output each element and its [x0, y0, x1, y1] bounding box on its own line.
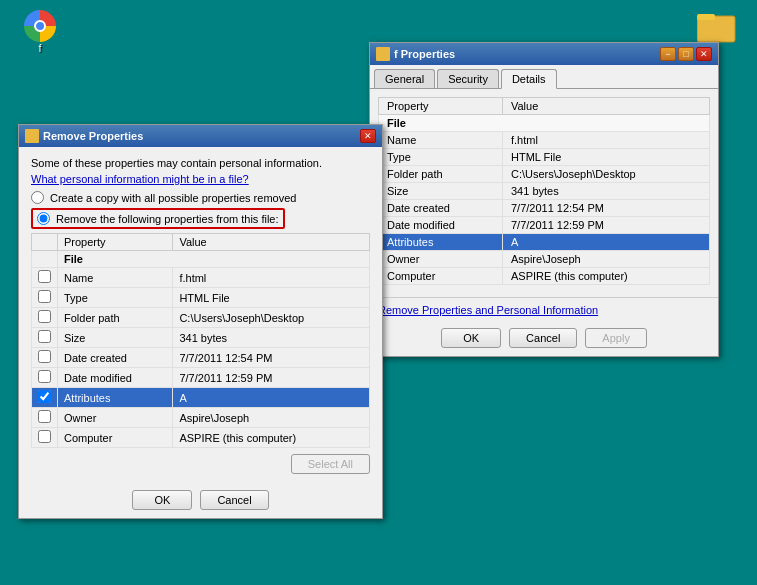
radio-option-remove-container: Remove the following properties from thi…	[31, 208, 370, 229]
desktop: f f Properties − □ ✕ General Security	[0, 0, 757, 585]
remove-props-titlebar: Remove Properties ✕	[19, 125, 382, 147]
radio-remove-highlighted: Remove the following properties from thi…	[31, 208, 285, 229]
remove-props-link[interactable]: Remove Properties and Personal Informati…	[378, 304, 598, 316]
table-row: Namef.html	[379, 132, 710, 149]
table-row: Size341 bytes	[32, 328, 370, 348]
fprops-cancel-btn[interactable]: Cancel	[509, 328, 577, 348]
table-row: OwnerAspire\Joseph	[379, 251, 710, 268]
table-row: TypeHTML File	[379, 149, 710, 166]
fprops-titlebar: f Properties − □ ✕	[370, 43, 718, 65]
fprops-buttons: OK Cancel Apply	[370, 322, 718, 356]
remove-props-title-icon	[25, 129, 39, 143]
tab-details[interactable]: Details	[501, 69, 557, 89]
check-created[interactable]	[38, 350, 51, 363]
remove-props-title-text: Remove Properties	[43, 130, 143, 142]
table-row: Namef.html	[32, 268, 370, 288]
fprops-tabs: General Security Details	[370, 65, 718, 89]
check-size[interactable]	[38, 330, 51, 343]
table-row: Date modified7/7/2011 12:59 PM	[32, 368, 370, 388]
fprops-attributes-row: AttributesA	[379, 234, 710, 251]
desktop-icon-f[interactable]: f	[10, 10, 70, 54]
remove-ok-btn[interactable]: OK	[132, 490, 192, 510]
table-row: Folder pathC:\Users\Joseph\Desktop	[379, 166, 710, 183]
fprops-footer: Remove Properties and Personal Informati…	[370, 297, 718, 322]
tab-security[interactable]: Security	[437, 69, 499, 88]
personal-info-link[interactable]: What personal information might be in a …	[31, 173, 249, 185]
folder-svg	[697, 8, 737, 44]
svg-rect-2	[376, 47, 390, 61]
select-all-btn[interactable]: Select All	[291, 454, 370, 474]
table-row: Date created7/7/2011 12:54 PM	[379, 200, 710, 217]
svg-rect-3	[25, 129, 39, 143]
fprops-ok-btn[interactable]: OK	[441, 328, 501, 348]
table-row: Folder pathC:\Users\Joseph\Desktop	[32, 308, 370, 328]
table-row: TypeHTML File	[32, 288, 370, 308]
check-name[interactable]	[38, 270, 51, 283]
radio-remove-label: Remove the following properties from thi…	[56, 213, 279, 225]
desktop-folder-icon[interactable]	[687, 8, 747, 44]
fprops-apply-btn[interactable]: Apply	[585, 328, 647, 348]
props-col-property: Property	[58, 234, 173, 251]
fprops-title-text: f Properties	[394, 48, 455, 60]
remove-footer: Select All	[31, 448, 370, 476]
radio-option-copy: Create a copy with all possible properti…	[31, 191, 370, 204]
remove-props-close-btn[interactable]: ✕	[360, 129, 376, 143]
fprops-maximize-btn[interactable]: □	[678, 47, 694, 61]
fprops-content: Property Value File Namef.html TypeHTML …	[370, 89, 718, 293]
fprops-col-value: Value	[502, 98, 709, 115]
fprops-title-icon	[376, 47, 390, 61]
fprops-close-btn[interactable]: ✕	[696, 47, 712, 61]
remove-props-desc: Some of these properties may contain per…	[31, 157, 370, 169]
svg-rect-1	[697, 14, 715, 20]
fprops-table: Property Value File Namef.html TypeHTML …	[378, 97, 710, 285]
fprops-minimize-btn[interactable]: −	[660, 47, 676, 61]
radio-remove-input[interactable]	[37, 212, 50, 225]
remove-section-file: File	[32, 251, 370, 268]
desktop-icon-label: f	[38, 42, 41, 54]
props-col-value: Value	[173, 234, 370, 251]
fprops-window: f Properties − □ ✕ General Security Deta…	[369, 42, 719, 357]
remove-window-buttons: OK Cancel	[19, 486, 382, 518]
table-row: ComputerASPIRE (this computer)	[379, 268, 710, 285]
check-folder[interactable]	[38, 310, 51, 323]
table-row: Size341 bytes	[379, 183, 710, 200]
remove-props-table: Property Value File Namef.html	[31, 233, 370, 448]
fprops-col-property: Property	[379, 98, 503, 115]
radio-copy-label: Create a copy with all possible properti…	[50, 192, 296, 204]
remove-cancel-btn[interactable]: Cancel	[200, 490, 268, 510]
table-row: Date created7/7/2011 12:54 PM	[32, 348, 370, 368]
table-row: ComputerASPIRE (this computer)	[32, 428, 370, 448]
check-computer[interactable]	[38, 430, 51, 443]
check-modified[interactable]	[38, 370, 51, 383]
radio-copy-input[interactable]	[31, 191, 44, 204]
table-row: OwnerAspire\Joseph	[32, 408, 370, 428]
remove-props-window: Remove Properties ✕ Some of these proper…	[18, 124, 383, 519]
remove-attributes-row: AttributesA	[32, 388, 370, 408]
table-row: Date modified7/7/2011 12:59 PM	[379, 217, 710, 234]
check-type[interactable]	[38, 290, 51, 303]
check-owner[interactable]	[38, 410, 51, 423]
check-attributes[interactable]	[38, 390, 51, 403]
fprops-section-file: File	[379, 115, 710, 132]
tab-general[interactable]: General	[374, 69, 435, 88]
chrome-icon	[24, 10, 56, 42]
remove-props-content: Some of these properties may contain per…	[19, 147, 382, 486]
